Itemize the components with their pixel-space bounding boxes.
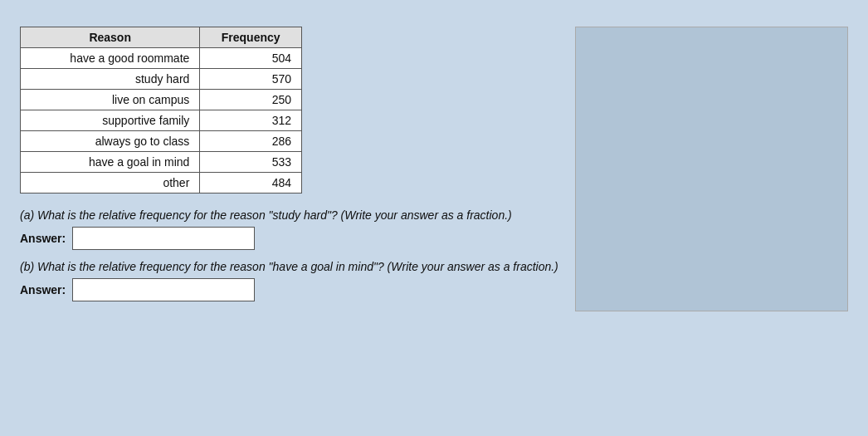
answer-label-b: Answer: xyxy=(20,283,66,296)
table-cell-frequency: 504 xyxy=(200,48,302,69)
answer-row-b: Answer: xyxy=(20,278,558,301)
table-cell-reason: live on campus xyxy=(21,90,200,110)
left-panel: Reason Frequency have a good roommate504… xyxy=(20,27,558,311)
table-row: live on campus250 xyxy=(21,90,302,110)
table-cell-frequency: 484 xyxy=(200,173,302,194)
table-cell-reason: other xyxy=(21,173,200,194)
table-cell-frequency: 312 xyxy=(200,110,302,131)
table-cell-frequency: 250 xyxy=(200,90,302,110)
table-row: have a goal in mind533 xyxy=(21,152,302,173)
table-cell-reason: have a goal in mind xyxy=(21,152,200,173)
table-cell-reason: always go to class xyxy=(21,131,200,152)
answer-input-b[interactable] xyxy=(72,278,255,301)
table-cell-reason: have a good roommate xyxy=(21,48,200,69)
data-table: Reason Frequency have a good roommate504… xyxy=(20,27,302,194)
table-row: supportive family312 xyxy=(21,110,302,131)
question-text-a: (a) What is the relative frequency for t… xyxy=(20,208,558,222)
table-row: always go to class286 xyxy=(21,131,302,152)
question-text-b: (b) What is the relative frequency for t… xyxy=(20,260,558,273)
table-row: have a good roommate504 xyxy=(21,48,302,69)
table-cell-frequency: 570 xyxy=(200,69,302,90)
questions-area: (a) What is the relative frequency for t… xyxy=(20,208,558,301)
col-header-reason: Reason xyxy=(21,27,200,48)
table-cell-reason: supportive family xyxy=(21,110,200,131)
answer-input-a[interactable] xyxy=(72,227,255,250)
content-area: Reason Frequency have a good roommate504… xyxy=(20,27,848,311)
table-cell-frequency: 533 xyxy=(200,152,302,173)
table-row: other484 xyxy=(21,173,302,194)
table-cell-reason: study hard xyxy=(21,69,200,90)
table-row: study hard570 xyxy=(21,69,302,90)
answer-row-a: Answer: xyxy=(20,227,558,250)
answer-label-a: Answer: xyxy=(20,232,66,245)
question-block-a: (a) What is the relative frequency for t… xyxy=(20,208,558,250)
col-header-frequency: Frequency xyxy=(200,27,302,48)
right-panel xyxy=(575,27,848,311)
table-cell-frequency: 286 xyxy=(200,131,302,152)
question-block-b: (b) What is the relative frequency for t… xyxy=(20,260,558,301)
